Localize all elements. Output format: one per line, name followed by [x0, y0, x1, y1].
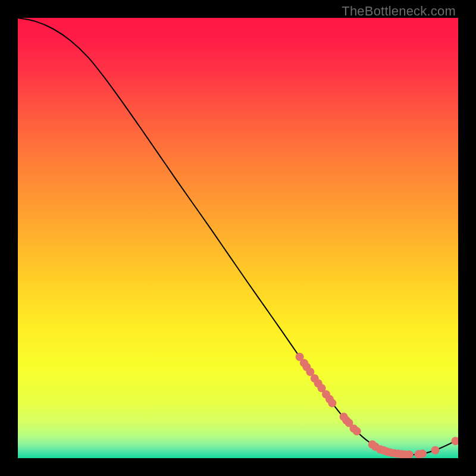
data-point: [353, 427, 361, 436]
chart-frame: TheBottleneck.com: [0, 0, 476, 476]
gradient-background: [18, 18, 458, 458]
data-point: [328, 399, 336, 408]
bottleneck-chart: [18, 18, 458, 458]
data-point: [418, 450, 427, 458]
watermark-label: TheBottleneck.com: [342, 4, 456, 19]
data-point: [431, 446, 440, 455]
